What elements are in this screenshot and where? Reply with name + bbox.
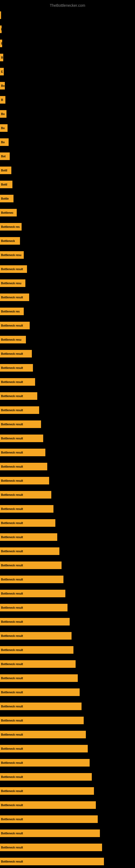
bar-row: Bottleneck result xyxy=(0,262,135,276)
bar-text: Bottleneck result xyxy=(1,465,23,468)
bar-fill: Bottl xyxy=(0,181,12,188)
bar-fill: B xyxy=(0,54,3,61)
bar-fill: Bottleneck result xyxy=(0,604,68,611)
bar-text: Bottleneck result xyxy=(1,550,23,553)
bar-row: Bottleneck result xyxy=(0,417,135,431)
bar-text: Bottle xyxy=(1,197,9,200)
bar-fill: Bottleneck result xyxy=(0,688,80,696)
bar-row: E xyxy=(0,36,135,51)
bar-text: B xyxy=(1,56,3,59)
bar-row: Bottleneck result xyxy=(0,375,135,389)
bar-text: Bot xyxy=(1,155,6,158)
bar-row: Bottleneck result xyxy=(0,572,135,586)
bar-fill: Bottleneck result xyxy=(0,703,82,710)
bar-fill: Bottleneck result xyxy=(0,421,41,428)
bar-text: Bottleneck result xyxy=(1,578,23,581)
bar-row: Bottleneck result xyxy=(0,826,135,840)
bar-fill: Bo xyxy=(0,110,6,118)
bar-row: Bottleneck result xyxy=(0,713,135,727)
bar-text: Bottleneck res xyxy=(1,225,20,228)
bar-fill: Bottleneck result xyxy=(0,830,100,837)
bar-text: Bottleneck result xyxy=(1,649,23,652)
bar-row: Bottleneck result xyxy=(0,600,135,615)
bar-text: Bottleneck resu xyxy=(1,282,21,285)
bar-fill: Bottleneck xyxy=(0,237,20,245)
bar-text: Bottleneck result xyxy=(1,395,23,398)
bar-text: Bottleneck resu xyxy=(1,338,21,341)
bar-fill: Bottleneck result xyxy=(0,731,86,738)
bar-fill: Bottleneck result xyxy=(0,576,63,583)
bar-fill: Bottleneck result xyxy=(0,378,35,386)
bar-text: Bottleneck result xyxy=(1,268,23,271)
bar-row: Bottl xyxy=(0,177,135,191)
bar-text: Bottleneck xyxy=(1,240,15,243)
bar-text: Bo xyxy=(1,141,5,144)
bar-row: Bottleneck result xyxy=(0,544,135,558)
bar-text: Bottleneck result xyxy=(1,620,23,623)
bar-row: Bottleneck result xyxy=(0,389,135,403)
bar-fill: Bottleneck result xyxy=(0,717,84,724)
bar-fill: Bottle xyxy=(0,195,13,203)
bar-fill: Bottlenec xyxy=(0,209,17,216)
bar-row: Bottleneck result xyxy=(0,290,135,304)
bar-row: Bottleneck result xyxy=(0,840,135,855)
bar-fill: Bottleneck result xyxy=(0,590,65,597)
bar-row: E xyxy=(0,65,135,79)
bars-container: |FEBEBoBBoBoBoBotBottlBottlBottleBottlen… xyxy=(0,8,135,868)
bar-row: Bottleneck result xyxy=(0,812,135,826)
bar-row: Bottleneck result xyxy=(0,742,135,756)
bar-row: Bottleneck result xyxy=(0,615,135,629)
bar-fill: Bottleneck result xyxy=(0,547,59,555)
bar-text: Bottleneck resu xyxy=(1,254,21,257)
bar-fill: Bottleneck result xyxy=(0,505,53,513)
bar-row: Bottleneck result xyxy=(0,657,135,671)
bar-text: B xyxy=(1,98,3,101)
bar-row: Bottleneck result xyxy=(0,431,135,445)
bar-text: Bottl xyxy=(1,183,7,186)
bar-row: Bottleneck result xyxy=(0,784,135,798)
bar-row: Bottleneck result xyxy=(0,629,135,643)
bar-fill: Bottleneck result xyxy=(0,519,55,527)
bar-row: Bottleneck result xyxy=(0,770,135,784)
bar-row: Bottleneck resu xyxy=(0,276,135,290)
bar-text: Bo xyxy=(1,127,5,130)
bar-row: Bottleneck result xyxy=(0,530,135,544)
bar-fill: Bottleneck result xyxy=(0,293,29,301)
bar-row: Bottlenec xyxy=(0,206,135,220)
bar-fill: Bottleneck result xyxy=(0,844,102,851)
bar-row: Bo xyxy=(0,79,135,93)
bar-fill: Bottleneck result xyxy=(0,660,76,668)
bar-row: Bottleneck result xyxy=(0,699,135,713)
bar-fill: Bottleneck result xyxy=(0,448,45,456)
bar-row: Bottl xyxy=(0,163,135,177)
bar-text: Bottleneck res xyxy=(1,310,20,313)
bar-text: Bottleneck result xyxy=(1,606,23,609)
bar-text: Bottleneck result xyxy=(1,380,23,383)
bar-row: Bo xyxy=(0,107,135,121)
bar-text: Bottleneck result xyxy=(1,747,23,750)
bar-text: Bottleneck result xyxy=(1,846,23,849)
bar-fill: Bottleneck result xyxy=(0,533,57,541)
bar-row: Bo xyxy=(0,135,135,149)
bar-fill: Bo xyxy=(0,124,8,132)
bar-row: Bot xyxy=(0,149,135,163)
bar-row: Bottleneck result xyxy=(0,586,135,600)
bar-fill: Bo xyxy=(0,82,5,90)
bar-text: Bottleneck result xyxy=(1,860,23,863)
bar-text: Bottleneck result xyxy=(1,352,23,355)
bar-fill: Bottleneck res xyxy=(0,308,24,315)
bar-text: Bottlenec xyxy=(1,211,13,214)
bar-fill: Bottleneck res xyxy=(0,223,21,230)
bar-text: Bottleneck result xyxy=(1,296,23,299)
bar-text: Bottleneck result xyxy=(1,818,23,821)
bar-fill: Bottleneck result xyxy=(0,632,72,640)
bar-row: Bottleneck result xyxy=(0,361,135,375)
bar-row: Bottleneck result xyxy=(0,685,135,699)
bar-row: Bottleneck result xyxy=(0,671,135,685)
bar-text: Bottleneck result xyxy=(1,479,23,482)
bar-text: Bottleneck result xyxy=(1,719,23,722)
bar-text: Bottleneck result xyxy=(1,691,23,694)
bar-fill: Bo xyxy=(0,138,9,146)
bar-text: Bottleneck result xyxy=(1,789,23,793)
bar-row: Bottleneck resu xyxy=(0,333,135,347)
